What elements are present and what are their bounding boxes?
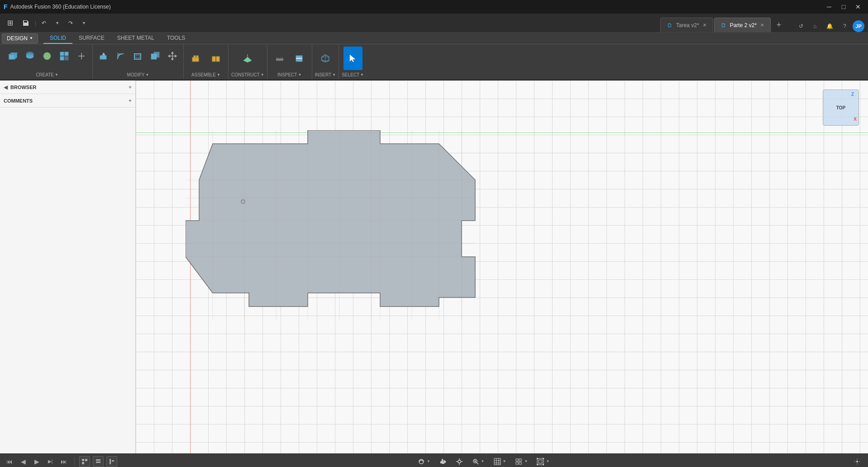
- save-button[interactable]: [19, 17, 33, 29]
- svg-rect-13: [100, 56, 106, 59]
- svg-rect-96: [539, 460, 542, 463]
- first-frame-button[interactable]: ⏮: [4, 457, 15, 467]
- sphere-button[interactable]: [39, 47, 55, 66]
- undo-dropdown[interactable]: ▼: [52, 17, 63, 29]
- as-built-joint-button[interactable]: [206, 47, 225, 70]
- tab-add-button[interactable]: +: [772, 18, 786, 32]
- create-more-button[interactable]: [73, 47, 90, 66]
- svg-rect-70: [112, 460, 114, 462]
- canvas-area[interactable]: TOP Z X: [136, 80, 868, 453]
- select-label[interactable]: SELECT ▼: [342, 72, 364, 77]
- inspect-buttons: [270, 47, 309, 70]
- assemble-dropdown-arrow: ▼: [217, 73, 220, 77]
- modify-label[interactable]: MODIFY ▼: [127, 72, 149, 77]
- svg-point-97: [537, 458, 538, 459]
- comments-item-left: COMMENTS: [4, 98, 33, 104]
- tab-parte[interactable]: 🗋 Parte 2 v2* ✕: [714, 18, 771, 32]
- undo-button[interactable]: ↶: [38, 17, 50, 29]
- orbit-tool-button[interactable]: ▼: [414, 456, 434, 467]
- tab-tarea[interactable]: 🗋 Tarea v2* ✕: [660, 18, 713, 32]
- snap-options-button[interactable]: ▼: [533, 456, 553, 467]
- push-pull-button[interactable]: [95, 47, 112, 66]
- design-dropdown-arrow: ▼: [29, 36, 33, 40]
- svg-marker-34: [243, 57, 252, 62]
- svg-rect-20: [154, 52, 159, 57]
- display-dropdown-arrow[interactable]: ▼: [503, 459, 506, 463]
- svg-rect-64: [82, 459, 84, 461]
- comments-expand-icon[interactable]: +: [129, 98, 132, 104]
- extrude-button[interactable]: [5, 47, 21, 66]
- pan-tool-button[interactable]: [436, 456, 450, 467]
- grid-menu-button[interactable]: ⊞: [4, 17, 17, 29]
- sub-tab-surface[interactable]: SURFACE: [72, 33, 111, 44]
- zoom-dropdown-arrow[interactable]: ▼: [481, 459, 485, 463]
- next-frame-button[interactable]: ▶|: [44, 457, 56, 467]
- inspect-label[interactable]: INSPECT ▼: [277, 72, 301, 77]
- orbit-dropdown-arrow[interactable]: ▼: [427, 459, 430, 463]
- tab-parte-close[interactable]: ✕: [760, 23, 764, 28]
- measure-button[interactable]: [270, 47, 289, 70]
- assemble-label[interactable]: ASSEMBLE ▼: [191, 72, 220, 77]
- ribbon-group-assemble: ASSEMBLE ▼: [184, 45, 229, 79]
- assemble-buttons: [186, 47, 225, 70]
- move-button[interactable]: [164, 47, 181, 66]
- sub-tab-sheet-metal[interactable]: SHEET METAL: [111, 33, 161, 44]
- app-icon: F: [4, 3, 8, 10]
- redo-button[interactable]: ↷: [65, 17, 76, 29]
- insert-label[interactable]: INSERT ▼: [315, 72, 336, 77]
- grid-dropdown-arrow[interactable]: ▼: [524, 459, 528, 463]
- settings-button[interactable]: [850, 456, 864, 467]
- snap-dropdown-arrow[interactable]: ▼: [546, 459, 549, 463]
- grid-options-button[interactable]: ▼: [511, 456, 531, 467]
- tab-bar: 🗋 Tarea v2* ✕ 🗋 Parte 2 v2* ✕ + ↺ ⌂ 🔔 ? …: [660, 14, 864, 32]
- pattern-button[interactable]: [56, 47, 72, 66]
- section-analysis-button[interactable]: [290, 47, 309, 70]
- modify-dropdown-arrow: ▼: [145, 73, 149, 77]
- design-dropdown-button[interactable]: DESIGN ▼: [2, 33, 38, 43]
- sub-tab-tools[interactable]: TOOLS: [161, 33, 191, 44]
- create-label[interactable]: CREATE ▼: [36, 72, 58, 77]
- svg-rect-76: [442, 462, 444, 464]
- maximize-button[interactable]: □: [837, 2, 850, 11]
- browser-expand-icon[interactable]: +: [129, 84, 132, 90]
- tab-tarea-close[interactable]: ✕: [703, 23, 706, 28]
- minimize-button[interactable]: ─: [823, 2, 835, 11]
- svg-point-99: [537, 464, 538, 465]
- svg-rect-67: [96, 459, 100, 461]
- svg-point-5: [43, 52, 51, 60]
- last-frame-button[interactable]: ⏭: [58, 457, 70, 467]
- timeline-icon-2[interactable]: [93, 456, 104, 467]
- timeline-icon-3[interactable]: [106, 456, 117, 467]
- construct-label[interactable]: CONSTRUCT ▼: [231, 72, 264, 77]
- notify-button[interactable]: 🔔: [823, 20, 837, 32]
- viewcube[interactable]: TOP Z X: [823, 90, 859, 126]
- close-button[interactable]: ✕: [852, 2, 864, 11]
- main-area: ◀ BROWSER + COMMENTS +: [0, 80, 868, 453]
- sidebar-item-comments[interactable]: COMMENTS +: [0, 94, 135, 108]
- play-button[interactable]: ▶: [31, 457, 43, 467]
- joint-button[interactable]: [186, 47, 205, 70]
- view-tools: ▼: [414, 456, 553, 467]
- prev-frame-button[interactable]: ◀: [17, 457, 29, 467]
- timeline-icon-1[interactable]: [79, 456, 90, 467]
- help-button[interactable]: ?: [839, 20, 850, 32]
- look-at-button[interactable]: [452, 456, 467, 467]
- combine-button[interactable]: [147, 47, 163, 66]
- quick-access-toolbar: ⊞ | ↶ ▼ ↷ ▼: [4, 17, 90, 29]
- sidebar-item-browser[interactable]: ◀ BROWSER +: [0, 80, 135, 94]
- select-tool-button[interactable]: [343, 47, 362, 70]
- plane-button[interactable]: [238, 47, 257, 70]
- zoom-button[interactable]: ▼: [468, 456, 488, 467]
- refresh-button[interactable]: ↺: [795, 20, 807, 32]
- home-button[interactable]: ⌂: [810, 20, 820, 32]
- insert-mesh-button[interactable]: [316, 47, 335, 70]
- shell-button[interactable]: [130, 47, 146, 66]
- settings-button-area: [850, 456, 864, 467]
- display-mode-button[interactable]: ▼: [490, 456, 510, 467]
- fillet-button[interactable]: [113, 47, 129, 66]
- revolve-button[interactable]: [22, 47, 38, 66]
- sub-tab-solid[interactable]: SOLID: [43, 33, 72, 44]
- svg-rect-29: [194, 56, 196, 58]
- redo-dropdown[interactable]: ▼: [78, 17, 90, 29]
- titlebar: F Autodesk Fusion 360 (Education License…: [0, 0, 868, 14]
